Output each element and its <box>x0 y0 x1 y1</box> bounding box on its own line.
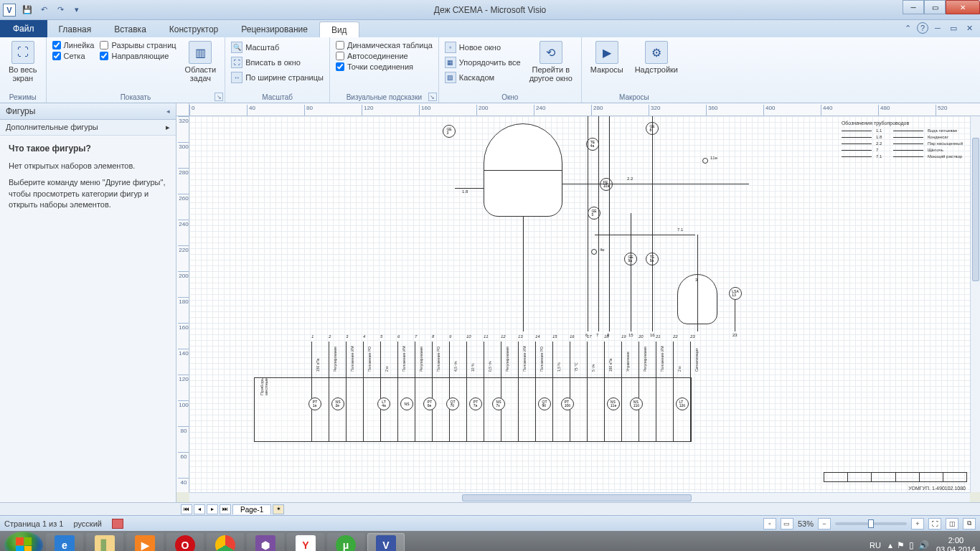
zoom-out-button[interactable]: − <box>818 518 831 529</box>
shapes-panel-header[interactable]: Фигуры ◂ <box>0 103 176 120</box>
switch-windows-button[interactable]: ⧉ <box>963 518 976 529</box>
keyboard-layout[interactable]: RU <box>870 541 881 550</box>
view-full-button[interactable]: ▭ <box>781 518 793 529</box>
next-page-button[interactable]: ▸ <box>207 504 218 514</box>
more-shapes-row[interactable]: Дополнительные фигуры ▸ <box>0 120 176 136</box>
instrument-pt10б[interactable]: PT10б <box>561 397 574 410</box>
autoconnect-checkbox[interactable]: Автосоединение <box>336 52 433 60</box>
drawing-canvas[interactable]: Обозначения трубопроводов 1.1Вода питьев… <box>189 116 970 492</box>
instrument-pt7a[interactable]: PT7a <box>469 397 482 410</box>
taskpanes-button[interactable]: ▥ Области задач <box>182 39 220 84</box>
instrument-qt9б[interactable]: QT9б <box>538 397 551 410</box>
status-macro-icon[interactable] <box>112 519 123 529</box>
taskbar-ie[interactable]: e <box>46 533 83 551</box>
redo-icon[interactable]: ↷ <box>52 2 68 18</box>
tray-up-icon[interactable]: ▴ <box>888 540 892 550</box>
macros-button[interactable]: ▶ Макросы <box>588 39 626 75</box>
guides-checkbox[interactable]: Направляющие <box>100 52 176 60</box>
tray-network-icon[interactable]: ▯ <box>909 540 914 550</box>
instrument-ns2e[interactable]: NS2e <box>331 397 344 410</box>
instrument-ns11б[interactable]: NS11б <box>630 397 643 410</box>
pan-zoom-button[interactable]: ◫ <box>946 518 958 529</box>
taskbar-clock[interactable]: 2:00 03.04.2014 <box>936 536 976 551</box>
taskbar-wmp[interactable]: ▶ <box>126 533 164 551</box>
instrument-ns[interactable]: NS <box>400 397 413 410</box>
pagewidth-button[interactable]: ↔По ширине страницы <box>231 71 324 84</box>
tab-insert[interactable]: Вставка <box>103 22 158 37</box>
visio-app-icon[interactable]: V <box>3 4 16 17</box>
ribbon-minimize-icon[interactable]: ⌃ <box>901 22 914 34</box>
instrument-fe10a[interactable]: FE10a <box>600 178 613 191</box>
prev-page-button[interactable]: ◂ <box>194 504 205 514</box>
status-language[interactable]: русский <box>73 519 101 528</box>
vertical-ruler[interactable]: 3203002802602402202001801601401201008060… <box>176 116 189 492</box>
maximize-button[interactable]: ▭ <box>924 0 946 14</box>
help-icon[interactable]: ? <box>917 22 928 34</box>
valve-11e[interactable] <box>702 158 708 164</box>
grid-checkbox[interactable]: Сетка <box>52 52 95 60</box>
start-button[interactable] <box>4 532 43 551</box>
instrument-ns7s[interactable]: NS7s <box>492 397 505 410</box>
taskbar-yandex[interactable]: Y <box>287 533 324 551</box>
instrument-ns11e[interactable]: NS11e <box>607 397 620 410</box>
instrument-ge3[interactable]: GE3 <box>443 125 456 138</box>
tab-view[interactable]: Вид <box>319 22 359 37</box>
fullscreen-button[interactable]: ⛶ Во весь экран <box>6 39 40 84</box>
taskbar-app1[interactable]: ⬢ <box>247 533 284 551</box>
instrument-qt7б[interactable]: QT7б <box>446 397 459 410</box>
addins-button[interactable]: ⚙ Надстройки <box>632 39 681 75</box>
zoom-readout[interactable]: 53% <box>798 519 814 528</box>
show-dialog-launcher[interactable]: ↘ <box>215 93 223 101</box>
view-normal-button[interactable]: ▫ <box>763 518 776 529</box>
horizontal-ruler[interactable]: 04080120160200240280320360400440480520 <box>189 103 980 116</box>
valve-4e[interactable] <box>591 249 597 255</box>
ruler-checkbox[interactable]: Линейка <box>52 41 95 50</box>
vertical-scrollbar[interactable] <box>970 116 980 492</box>
collapse-left-icon[interactable]: ◂ <box>166 108 170 115</box>
newwindow-button[interactable]: ▫Новое окно <box>445 41 521 54</box>
zoom-slider[interactable] <box>835 522 907 525</box>
arrange-button[interactable]: ▦Упорядочить все <box>445 56 521 69</box>
instrument-lt4a[interactable]: LT4a <box>377 397 390 410</box>
pagebreaks-checkbox[interactable]: Разрывы страниц <box>100 41 176 50</box>
dyntable-checkbox[interactable]: Динамическая таблица <box>336 41 433 50</box>
taskbar-visio[interactable]: V <box>367 533 405 551</box>
doc-restore-icon[interactable]: ▭ <box>947 22 960 34</box>
doc-minimize-icon[interactable]: ─ <box>931 22 944 34</box>
minimize-button[interactable]: ─ <box>903 0 924 14</box>
zoom-button[interactable]: 🔍Масштаб <box>231 41 324 54</box>
taskbar-opera[interactable]: O <box>166 533 204 551</box>
taskbar-utorrent[interactable]: μ <box>327 533 364 551</box>
switchwindow-button[interactable]: ⟲ Перейти в другое окно <box>527 39 575 84</box>
taskbar-chrome[interactable] <box>207 533 244 551</box>
cascade-button[interactable]: ▧Каскадом <box>445 71 521 84</box>
tray-sound-icon[interactable]: 🔊 <box>918 540 929 550</box>
doc-close-icon[interactable]: ✕ <box>963 22 976 34</box>
instrument-pt6e[interactable]: PT6e <box>423 397 436 410</box>
undo-icon[interactable]: ↶ <box>36 2 52 18</box>
zoom-in-button[interactable]: + <box>911 518 924 529</box>
instrument-pt1a[interactable]: PT1a <box>308 397 321 410</box>
fitwindow-button[interactable]: ⛶Вписать в окно <box>231 56 324 69</box>
tab-file[interactable]: Файл <box>0 20 47 37</box>
last-page-button[interactable]: ⏭ <box>220 504 231 514</box>
title-bar: V 💾 ↶ ↷ ▾ Деж СХЕМА - Microsoft Visio ─ … <box>0 0 980 20</box>
close-button[interactable]: ✕ <box>946 0 980 14</box>
taskbar-explorer[interactable]: ▋ <box>86 533 123 551</box>
tab-home[interactable]: Главная <box>47 22 103 37</box>
first-page-button[interactable]: ⏮ <box>181 504 192 514</box>
new-page-button[interactable]: ✶ <box>273 504 284 514</box>
fit-page-button[interactable]: ⛶ <box>928 518 941 529</box>
save-icon[interactable]: 💾 <box>19 2 35 18</box>
instrument-lt12б[interactable]: LT12б <box>676 397 689 410</box>
instrument-lsa13[interactable]: LSA13 <box>729 287 742 300</box>
qat-dropdown-icon[interactable]: ▾ <box>69 2 85 18</box>
tray-flag-icon[interactable]: ⚑ <box>897 540 905 550</box>
page-tab-1[interactable]: Page-1 <box>232 504 271 514</box>
connpoints-checkbox[interactable]: Точки соединения <box>336 62 433 71</box>
horizontal-scrollbar[interactable] <box>189 492 970 502</box>
fitwindow-label: Вписать в окно <box>245 58 301 67</box>
tab-designer[interactable]: Конструктор <box>158 22 230 37</box>
visual-dialog-launcher[interactable]: ↘ <box>428 93 437 101</box>
tab-review[interactable]: Рецензирование <box>230 22 319 37</box>
